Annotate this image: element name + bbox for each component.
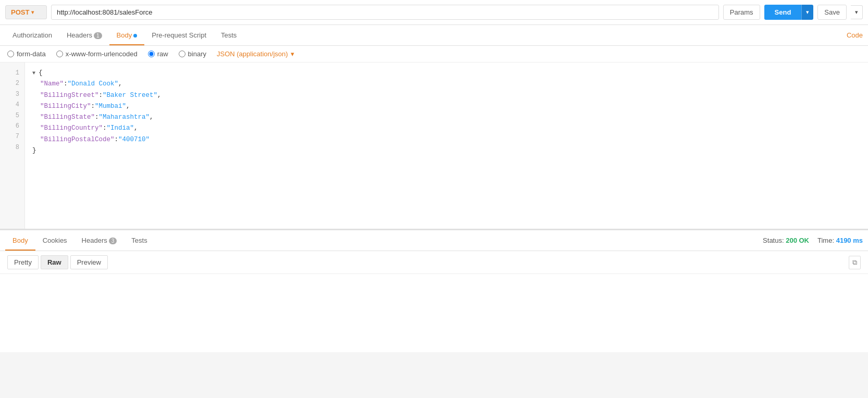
collapse-arrow-icon: ▼ [32,70,39,76]
send-group: Send ▾ [764,5,814,20]
binary-option[interactable]: binary [179,50,206,58]
method-chevron-icon: ▾ [31,9,34,15]
status-value: 200 OK [786,237,809,244]
response-body-options: Pretty Raw Preview ⧉ [0,251,868,274]
copy-icon[interactable]: ⧉ [849,256,861,269]
response-tab-headers[interactable]: Headers3 [75,231,125,251]
request-tabs: Authorization Headers1 Body Pre-request … [0,25,868,46]
status-info: Status: 200 OK Time: 4190 ms [763,237,863,244]
code-editor: 1 2 3 4 5 6 7 8 ▼ { "Name":"Donald Cook"… [0,63,868,229]
form-data-option[interactable]: form-data [7,50,46,58]
json-type-select[interactable]: JSON (application/json) ▾ [217,50,294,58]
response-tab-tests[interactable]: Tests [124,231,154,251]
urlencoded-option[interactable]: x-www-form-urlencoded [56,50,138,58]
code-link[interactable]: Code [847,31,863,39]
response-headers-badge: 3 [109,238,117,244]
save-button[interactable]: Save [817,5,847,20]
save-chevron-button[interactable]: ▾ [851,5,863,19]
response-body-area [0,274,868,352]
method-selector[interactable]: POST ▾ [5,5,47,19]
top-bar: POST ▾ Params Send ▾ Save ▾ [0,0,868,25]
url-input[interactable] [51,5,719,20]
pretty-button[interactable]: Pretty [7,255,39,269]
response-tab-cookies[interactable]: Cookies [35,231,75,251]
raw-option[interactable]: raw [148,50,168,58]
code-area[interactable]: ▼ { "Name":"Donald Cook", "BillingStreet… [25,63,868,229]
response-tab-body[interactable]: Body [5,231,35,251]
time-value: 4190 ms [836,237,863,244]
raw-button[interactable]: Raw [41,255,68,269]
body-dot [133,34,137,38]
response-tabs-bar: Body Cookies Headers3 Tests Status: 200 … [0,230,868,251]
tab-tests[interactable]: Tests [214,26,244,45]
json-type-chevron-icon: ▾ [291,50,294,58]
tab-pre-request[interactable]: Pre-request Script [144,26,214,45]
send-button[interactable]: Send [764,5,802,20]
params-button[interactable]: Params [723,5,760,20]
response-section: Body Cookies Headers3 Tests Status: 200 … [0,229,868,352]
tab-body[interactable]: Body [109,26,145,45]
headers-badge: 1 [94,32,102,39]
body-options: form-data x-www-form-urlencoded raw bina… [0,46,868,63]
preview-button[interactable]: Preview [70,255,108,269]
tab-headers[interactable]: Headers1 [59,26,109,45]
send-dropdown-button[interactable]: ▾ [801,5,813,20]
line-numbers: 1 2 3 4 5 6 7 8 [0,63,25,229]
tab-authorization[interactable]: Authorization [5,26,59,45]
method-label: POST [11,8,29,16]
